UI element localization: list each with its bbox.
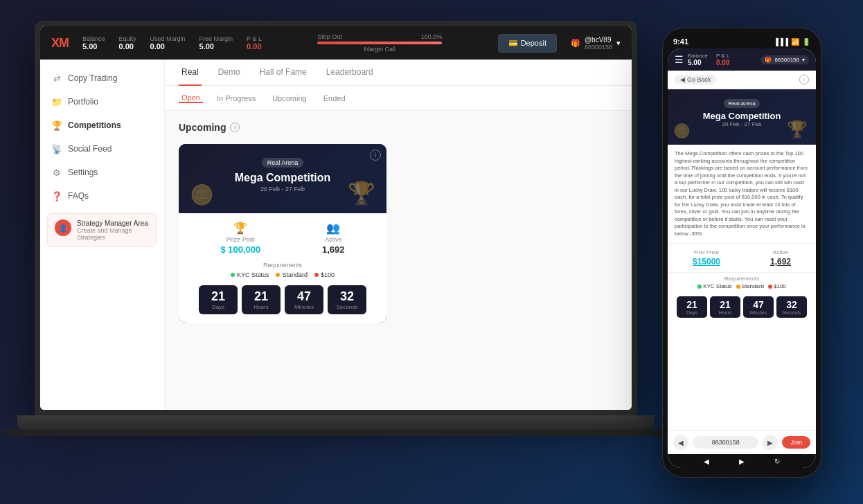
deposit-icon: 💳: [508, 39, 518, 48]
filter-ended[interactable]: Ended: [321, 94, 348, 102]
sidebar-label-competitions: Competitions: [68, 120, 121, 130]
user-section: 🎁 @bcV89 88300158 ▾: [571, 36, 621, 51]
card-header: Real Arena Mega Competition 20 Feb - 27 …: [179, 144, 386, 213]
sidebar-label-faqs: FAQs: [68, 191, 89, 201]
mobile-hours-num: 21: [720, 299, 731, 310]
mobile-minutes-label: Minutes: [750, 310, 767, 315]
mobile-minutes-num: 47: [753, 299, 764, 310]
progress-section: Stop Out 100.0% Margin Call: [276, 33, 484, 53]
mobile-amount-label: $100: [774, 283, 786, 289]
free-margin-value: 5.00: [199, 42, 214, 51]
balance-value: 5.00: [82, 42, 97, 51]
sidebar-item-social-feed[interactable]: 📡 Social Feed: [40, 137, 164, 161]
mobile-req-standard: Standard: [736, 283, 764, 289]
refresh-icon[interactable]: ↻: [774, 458, 780, 465]
scene: XM Balance 5.00 Equity 0.00 Used Margin …: [0, 0, 863, 504]
mobile-chevron-icon: ▾: [802, 57, 805, 63]
sidebar-item-faqs[interactable]: ❓ FAQs: [40, 184, 164, 208]
amount-label: $100: [321, 271, 335, 278]
strategy-banner[interactable]: 👤 Strategy Manager Area Create and Manag…: [47, 213, 157, 247]
card-title: Mega Competition: [235, 172, 331, 184]
mobile-header: ☰ Balance 5.00 P & L 0.00: [668, 48, 816, 71]
laptop-screen-border: XM Balance 5.00 Equity 0.00 Used Margin …: [35, 21, 637, 415]
sidebar-item-competitions[interactable]: 🏆 Competitions: [40, 114, 164, 137]
filter-bar: Open In Progress Upcoming Ended: [165, 86, 632, 111]
mobile-balance-label: Balance: [688, 53, 708, 59]
mobile-info-button[interactable]: i: [799, 75, 809, 84]
requirements-row: KYC Status Standard $100: [190, 271, 375, 278]
filter-open[interactable]: Open: [179, 93, 203, 103]
requirements-label: Requirements: [190, 262, 375, 269]
sidebar-item-settings[interactable]: ⚙ Settings: [40, 161, 164, 184]
mobile-comp-dates: 20 Feb - 27 Feb: [722, 121, 762, 127]
minutes-label: Minutes: [294, 304, 314, 310]
top-bar: XM Balance 5.00 Equity 0.00 Used Margin …: [40, 26, 632, 60]
mobile-user-id: 88300158: [774, 57, 799, 63]
mobile-back-bar: ◀ Go Back i: [668, 71, 816, 89]
upcoming-info-icon[interactable]: i: [230, 123, 240, 132]
balance-label: Balance: [82, 35, 105, 42]
strategy-info: Strategy Manager Area Create and Manage …: [77, 219, 150, 241]
req-kyc: KYC Status: [231, 271, 269, 278]
mobile-standard-dot: [736, 285, 740, 289]
sidebar-item-portfolio[interactable]: 📁 Portfolio: [40, 90, 164, 114]
join-button[interactable]: Join: [782, 436, 810, 449]
mobile-footer: ◀ 88300158 ▶ Join: [668, 430, 816, 454]
equity-value: 0.00: [119, 42, 134, 51]
used-margin-value: 0.00: [150, 42, 165, 51]
mobile-countdown-minutes: 47 Minutes: [743, 296, 774, 318]
filter-in-progress[interactable]: In Progress: [214, 94, 258, 102]
mobile-bottom-bar: ◀ ▶ ↻: [668, 454, 816, 468]
mobile-comp-stats: First Prize $15000 Active 1,692: [668, 244, 816, 273]
minutes-num: 47: [297, 289, 311, 304]
prev-account-button[interactable]: ◀: [673, 435, 688, 450]
deposit-button[interactable]: 💳 Deposit: [498, 34, 557, 53]
laptop: XM Balance 5.00 Equity 0.00 Used Margin …: [35, 21, 637, 450]
tab-bar: Real Demo Hall of Fame Leaderboard: [165, 60, 632, 86]
mobile-countdown: 21 Days 21 Hours 47 Minutes 32: [668, 292, 816, 322]
next-account-button[interactable]: ▶: [763, 435, 778, 450]
portfolio-icon: 📁: [51, 96, 62, 107]
progress-bar-fill: [317, 42, 442, 44]
mobile-status-icons: ▐▐▐ 📶 🔋: [774, 38, 810, 46]
mobile-countdown-seconds: 32 Seconds: [776, 296, 807, 318]
tab-leaderboard[interactable]: Leaderboard: [323, 60, 376, 86]
mobile-standard-label: Standard: [742, 283, 764, 289]
mobile-time: 9:41: [673, 37, 688, 46]
mobile-active-stat: Active 1,692: [770, 249, 791, 267]
filter-upcoming[interactable]: Upcoming: [269, 94, 310, 102]
sidebar-item-copy-trading[interactable]: ⇄ Copy Trading: [40, 66, 164, 90]
faq-icon: ❓: [51, 190, 62, 201]
sidebar-label-portfolio: Portfolio: [68, 97, 98, 107]
days-num: 21: [211, 289, 225, 304]
back-button[interactable]: ◀ Go Back: [675, 75, 717, 84]
tab-real[interactable]: Real: [179, 60, 202, 86]
mobile-menu-icon[interactable]: ☰: [675, 54, 684, 65]
back-nav-icon[interactable]: ◀: [704, 458, 709, 465]
tab-demo[interactable]: Demo: [215, 60, 243, 86]
countdown-hours: 21 Hours: [242, 285, 281, 314]
mobile-screen: ☰ Balance 5.00 P & L 0.00: [668, 48, 816, 468]
active-icon: 👥: [326, 222, 340, 235]
pnl-value: 0.00: [247, 42, 261, 51]
mobile-description: The Mega Competition offers cash prizes …: [668, 145, 816, 244]
card-body: 🏆 Prize Pool $ 100,000 👥 Active 1,692: [179, 213, 386, 323]
tab-hall-of-fame[interactable]: Hall of Fame: [257, 60, 310, 86]
progress-bar: [317, 42, 442, 44]
card-info-button[interactable]: i: [370, 150, 381, 161]
pnl-stat: P & L 0.00: [247, 35, 262, 51]
pnl-label: P & L: [247, 35, 262, 42]
gift-icon: 🎁: [571, 39, 580, 48]
mobile-amount-dot: [768, 285, 772, 289]
mobile-first-prize-value: $15000: [693, 257, 720, 267]
mobile-gift-icon: 🎁: [765, 57, 772, 63]
forward-nav-icon[interactable]: ▶: [739, 458, 745, 465]
back-label: Go Back: [687, 76, 711, 83]
active-stat: 👥 Active 1,692: [322, 222, 345, 255]
mobile-balance-value: 5.00: [688, 59, 708, 66]
mobile-content: ◀ Go Back i Real Arena Mega Competition …: [668, 71, 816, 430]
sidebar: ⇄ Copy Trading 📁 Portfolio 🏆 Competition…: [40, 60, 165, 410]
mobile-user-chip[interactable]: 🎁 88300158 ▾: [760, 55, 809, 64]
used-margin-label: Used Margin: [150, 35, 186, 42]
countdown-seconds: 32 Seconds: [328, 285, 366, 314]
